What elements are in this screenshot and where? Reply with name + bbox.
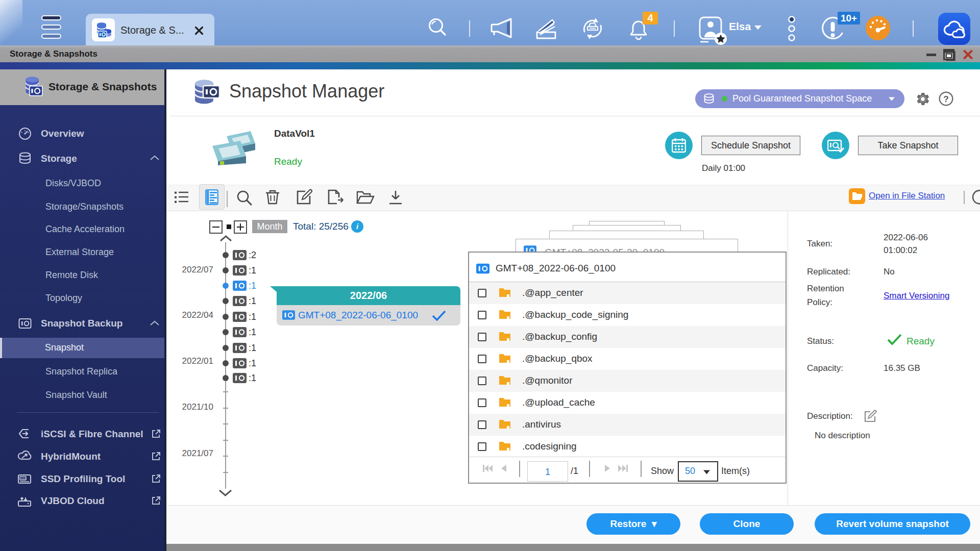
svg-text:SSD: SSD [20,477,26,480]
svg-text:?: ? [943,94,948,104]
